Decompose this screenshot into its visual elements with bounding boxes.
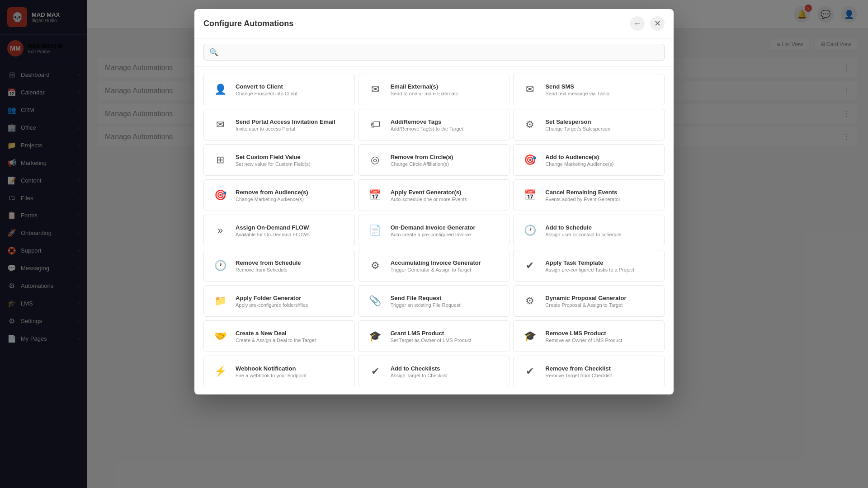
automation-desc-email-externals: Send to one or more Externals <box>391 91 502 96</box>
automation-desc-on-demand-invoice: Auto-create a pre-configured Invoice <box>391 232 502 237</box>
automation-card-convert-to-client[interactable]: 👤 Convert to Client Change Prospect into… <box>203 74 355 105</box>
automation-card-send-sms[interactable]: ✉ Send SMS Send text message via Twilio <box>513 74 665 105</box>
automation-card-apply-event-generator[interactable]: 📅 Apply Event Generator(s) Auto-schedule… <box>359 179 510 211</box>
automation-title-email-externals: Email External(s) <box>391 83 502 90</box>
close-button[interactable]: ✕ <box>650 16 665 31</box>
automation-title-set-salesperson: Set Salesperson <box>545 118 657 125</box>
automation-icon-email-externals: ✉ <box>366 80 384 99</box>
automation-icon-apply-task-template: ✔ <box>521 257 539 275</box>
automation-card-remove-from-audiences[interactable]: 🎯 Remove from Audience(s) Change Marketi… <box>203 179 355 211</box>
automation-card-apply-folder-generator[interactable]: 📁 Apply Folder Generator Apply pre-confi… <box>203 285 355 317</box>
automation-title-apply-task-template: Apply Task Template <box>545 259 657 266</box>
automation-card-add-remove-tags[interactable]: 🏷 Add/Remove Tags Add/Remove Tag(s) to t… <box>359 109 510 141</box>
automation-desc-set-custom-field: Set new value for Custom Field(s) <box>236 161 347 167</box>
automation-icon-cancel-remaining-events: 📅 <box>521 186 539 204</box>
automation-card-remove-from-schedule[interactable]: 🕐 Remove from Schedule Remove from Sched… <box>203 250 355 282</box>
automation-title-apply-folder-generator: Apply Folder Generator <box>236 295 347 301</box>
automation-desc-remove-from-circle: Change Circle Affiliation(s) <box>391 161 502 167</box>
automation-title-add-to-checklists: Add to Checklists <box>391 365 502 372</box>
automation-card-cancel-remaining-events[interactable]: 📅 Cancel Remaining Events Events added b… <box>513 179 665 211</box>
automation-title-assign-on-demand-flow: Assign On-Demand FLOW <box>236 224 347 231</box>
automation-title-grant-lms-product: Grant LMS Product <box>391 330 502 337</box>
automation-desc-convert-to-client: Change Prospect into Client <box>236 91 347 96</box>
automation-title-set-custom-field: Set Custom Field Value <box>236 154 347 160</box>
automation-icon-add-remove-tags: 🏷 <box>366 116 384 134</box>
automation-card-remove-from-circle[interactable]: ◎ Remove from Circle(s) Change Circle Af… <box>359 144 510 176</box>
automation-title-apply-event-generator: Apply Event Generator(s) <box>391 189 502 196</box>
automation-title-on-demand-invoice: On-Demand Invoice Generator <box>391 224 502 231</box>
automation-icon-remove-from-schedule: 🕐 <box>211 257 229 275</box>
modal-title: Configure Automations <box>203 19 293 28</box>
automation-desc-apply-event-generator: Auto-schedule one or more Events <box>391 197 502 202</box>
automation-card-set-custom-field[interactable]: ⊞ Set Custom Field Value Set new value f… <box>203 144 355 176</box>
automation-desc-remove-from-schedule: Remove from Schedule <box>236 267 347 272</box>
automation-title-remove-from-audiences: Remove from Audience(s) <box>236 189 347 196</box>
automation-title-remove-from-checklist: Remove from Checklist <box>545 365 657 372</box>
automation-title-remove-from-circle: Remove from Circle(s) <box>391 154 502 160</box>
automation-card-on-demand-invoice[interactable]: 📄 On-Demand Invoice Generator Auto-creat… <box>359 215 510 246</box>
automation-desc-cancel-remaining-events: Events added by Event Generator <box>545 197 657 202</box>
automation-desc-apply-folder-generator: Apply pre-configured folders/files <box>236 302 347 308</box>
automation-icon-set-salesperson: ⚙ <box>521 116 539 134</box>
automation-icon-send-sms: ✉ <box>521 80 539 99</box>
automation-desc-accumulating-invoice: Trigger Generator & Assign to Target <box>391 267 502 272</box>
automation-desc-send-portal-access: Invite user to access Portal <box>236 126 347 131</box>
automation-icon-send-portal-access: ✉ <box>211 116 229 134</box>
automation-desc-remove-lms-product: Remove as Owner of LMS Product <box>545 338 657 343</box>
automation-card-add-to-schedule[interactable]: 🕐 Add to Schedule Assign user or contact… <box>513 215 665 246</box>
automation-card-remove-lms-product[interactable]: 🎓 Remove LMS Product Remove as Owner of … <box>513 320 665 352</box>
modal-search-area: 🔍 <box>194 38 674 66</box>
back-button[interactable]: ← <box>630 16 645 31</box>
automation-card-dynamic-proposal[interactable]: ⚙ Dynamic Proposal Generator Create Prop… <box>513 285 665 317</box>
automation-desc-apply-task-template: Assign pre-configured Tasks to a Project <box>545 267 657 272</box>
automation-card-apply-task-template[interactable]: ✔ Apply Task Template Assign pre-configu… <box>513 250 665 282</box>
automation-card-set-salesperson[interactable]: ⚙ Set Salesperson Change Target's Salesp… <box>513 109 665 141</box>
automation-icon-apply-event-generator: 📅 <box>366 186 384 204</box>
configure-automations-modal: Configure Automations ← ✕ 🔍 👤 Convert to… <box>194 9 674 394</box>
automation-card-send-portal-access[interactable]: ✉ Send Portal Access Invitation Email In… <box>203 109 355 141</box>
automation-card-assign-on-demand-flow[interactable]: » Assign On-Demand FLOW Available for On… <box>203 215 355 246</box>
automation-icon-apply-folder-generator: 📁 <box>211 292 229 310</box>
automation-icon-dynamic-proposal: ⚙ <box>521 292 539 310</box>
automation-card-add-to-checklists[interactable]: ✔ Add to Checklists Assign Target to Che… <box>359 356 510 387</box>
modal-body: 👤 Convert to Client Change Prospect into… <box>194 66 674 394</box>
automation-card-create-new-deal[interactable]: 🤝 Create a New Deal Create & Assign a De… <box>203 320 355 352</box>
automation-title-dynamic-proposal: Dynamic Proposal Generator <box>545 295 657 301</box>
automation-title-accumulating-invoice: Accumulating Invoice Generator <box>391 259 502 266</box>
automation-icon-remove-from-audiences: 🎯 <box>211 186 229 204</box>
automation-desc-assign-on-demand-flow: Available for On-Demand FLOWs <box>236 232 347 237</box>
automation-title-add-to-audiences: Add to Audience(s) <box>545 154 657 160</box>
automation-desc-send-file-request: Trigger an existing File Request <box>391 302 502 308</box>
automation-desc-set-salesperson: Change Target's Salesperson <box>545 126 657 131</box>
automation-title-add-remove-tags: Add/Remove Tags <box>391 118 502 125</box>
automation-desc-dynamic-proposal: Create Proposal & Assign to Target <box>545 302 657 308</box>
automation-title-webhook-notification: Webhook Notification <box>236 365 347 372</box>
automation-desc-remove-from-audiences: Change Marketing Audience(s) <box>236 197 347 202</box>
automation-icon-remove-from-circle: ◎ <box>366 151 384 169</box>
search-input[interactable] <box>223 49 659 56</box>
automation-card-email-externals[interactable]: ✉ Email External(s) Send to one or more … <box>359 74 510 105</box>
automation-desc-add-to-checklists: Assign Target to Checklist <box>391 373 502 378</box>
automation-desc-webhook-notification: Fire a webhook to your endpoint <box>236 373 347 378</box>
automation-card-grant-lms-product[interactable]: 🎓 Grant LMS Product Set Target as Owner … <box>359 320 510 352</box>
automation-card-send-file-request[interactable]: 📎 Send File Request Trigger an existing … <box>359 285 510 317</box>
automation-icon-assign-on-demand-flow: » <box>211 221 229 239</box>
automation-icon-set-custom-field: ⊞ <box>211 151 229 169</box>
automation-icon-remove-lms-product: 🎓 <box>521 327 539 345</box>
automation-card-webhook-notification[interactable]: ⚡ Webhook Notification Fire a webhook to… <box>203 356 355 387</box>
automation-card-accumulating-invoice[interactable]: ⚙ Accumulating Invoice Generator Trigger… <box>359 250 510 282</box>
automation-title-send-file-request: Send File Request <box>391 295 502 301</box>
automation-title-create-new-deal: Create a New Deal <box>236 330 347 337</box>
automation-icon-webhook-notification: ⚡ <box>211 362 229 380</box>
automation-title-convert-to-client: Convert to Client <box>236 83 347 90</box>
automation-desc-add-remove-tags: Add/Remove Tag(s) to the Target <box>391 126 502 131</box>
automation-title-cancel-remaining-events: Cancel Remaining Events <box>545 189 657 196</box>
automation-icon-grant-lms-product: 🎓 <box>366 327 384 345</box>
automation-grid: 👤 Convert to Client Change Prospect into… <box>203 74 665 387</box>
automation-icon-accumulating-invoice: ⚙ <box>366 257 384 275</box>
automation-card-remove-from-checklist[interactable]: ✔ Remove from Checklist Remove Target fr… <box>513 356 665 387</box>
search-icon: 🔍 <box>209 48 218 56</box>
automation-card-add-to-audiences[interactable]: 🎯 Add to Audience(s) Change Marketing Au… <box>513 144 665 176</box>
automation-title-remove-from-schedule: Remove from Schedule <box>236 259 347 266</box>
automation-icon-remove-from-checklist: ✔ <box>521 362 539 380</box>
